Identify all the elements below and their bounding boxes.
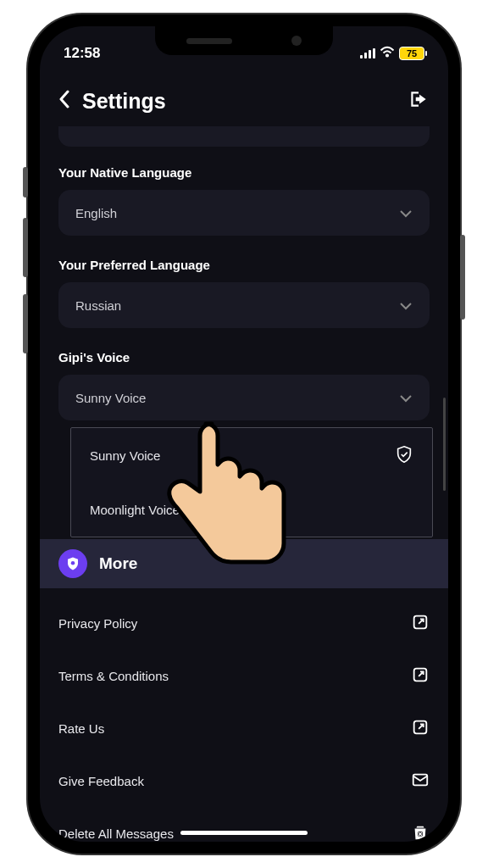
side-button	[23, 294, 28, 353]
previous-card-edge	[58, 126, 430, 147]
shield-check-icon	[395, 445, 413, 466]
more-item-feedback[interactable]: Give Feedback	[58, 754, 430, 807]
more-item-rate[interactable]: Rate Us	[58, 702, 430, 754]
home-indicator[interactable]	[180, 831, 308, 835]
more-item-privacy[interactable]: Privacy Policy	[58, 597, 430, 649]
native-language-label: Your Native Language	[58, 165, 430, 180]
more-item-delete-messages[interactable]: Delete All Messages	[58, 807, 430, 842]
more-item-label: Delete All Messages	[58, 826, 174, 841]
more-heading: More	[99, 554, 137, 573]
chevron-down-icon	[399, 206, 413, 220]
native-language-value: English	[75, 206, 117, 220]
native-language-select[interactable]: English	[58, 190, 430, 236]
side-button	[460, 235, 465, 320]
voice-option-label: Sunny Voice	[90, 448, 160, 463]
preferred-language-select[interactable]: Russian	[58, 282, 430, 328]
more-item-label: Give Feedback	[58, 774, 144, 788]
svg-point-1	[71, 561, 75, 565]
status-time: 12:58	[64, 45, 100, 62]
shield-icon	[58, 549, 87, 578]
trash-icon	[411, 823, 430, 843]
more-item-label: Rate Us	[58, 721, 104, 736]
external-link-icon	[411, 718, 430, 739]
scrollbar[interactable]	[443, 398, 446, 491]
side-button	[23, 218, 28, 277]
battery-icon: 75	[399, 47, 424, 60]
more-item-label: Terms & Conditions	[58, 669, 169, 683]
preferred-language-label: Your Preferred Language	[58, 258, 430, 272]
header: Settings	[40, 75, 448, 126]
page-title: Settings	[82, 89, 408, 114]
back-button[interactable]	[58, 88, 70, 114]
more-item-terms[interactable]: Terms & Conditions	[58, 649, 430, 702]
logout-button[interactable]	[408, 88, 430, 114]
notch	[155, 26, 333, 55]
svg-point-0	[386, 54, 388, 56]
signal-icon	[360, 48, 375, 58]
more-item-label: Privacy Policy	[58, 616, 137, 631]
wifi-icon	[380, 45, 395, 62]
voice-label: Gipi's Voice	[58, 350, 430, 364]
external-link-icon	[411, 665, 430, 687]
chevron-down-icon	[399, 391, 413, 405]
external-link-icon	[411, 613, 430, 634]
hand-cursor-overlay	[166, 414, 302, 583]
side-button	[23, 167, 28, 198]
voice-value: Sunny Voice	[75, 391, 146, 405]
chevron-down-icon	[399, 298, 413, 313]
mail-icon	[411, 771, 430, 792]
preferred-language-value: Russian	[75, 298, 121, 313]
